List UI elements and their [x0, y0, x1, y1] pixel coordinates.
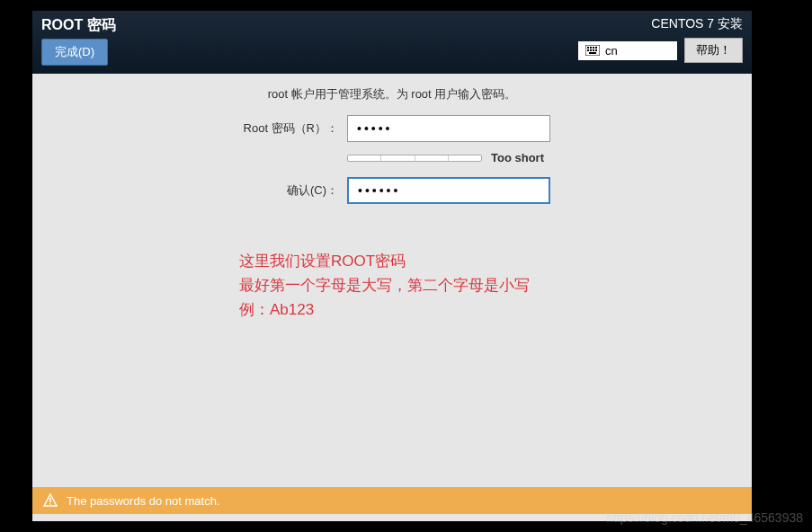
language-selector[interactable]: cn	[578, 41, 677, 60]
svg-rect-9	[589, 52, 596, 54]
password-label: Root 密码（R）：	[50, 120, 338, 137]
svg-rect-2	[590, 47, 592, 49]
annotation-line-2: 最好第一个字母是大写，第二个字母是小写	[239, 273, 734, 297]
done-button[interactable]: 完成(D)	[41, 39, 108, 66]
page-title: ROOT 密码	[41, 16, 116, 35]
installer-window: ROOT 密码 完成(D) CENTOS 7 安装	[32, 11, 752, 521]
keyboard-icon	[585, 45, 600, 56]
header: ROOT 密码 完成(D) CENTOS 7 安装	[32, 11, 752, 74]
header-left: ROOT 密码 完成(D)	[41, 16, 116, 68]
strength-meter	[347, 155, 482, 162]
svg-rect-8	[595, 49, 597, 51]
strength-text: Too short	[491, 151, 544, 164]
root-password-input[interactable]	[347, 115, 550, 142]
annotation-text: 这里我们设置ROOT密码 最好第一个字母是大写，第二个字母是小写 例：Ab123	[239, 249, 734, 323]
install-brand: CENTOS 7 安装	[651, 16, 743, 32]
annotation-line-3: 例：Ab123	[239, 297, 734, 322]
svg-rect-11	[49, 503, 51, 505]
annotation-line-1: 这里我们设置ROOT密码	[239, 249, 734, 273]
warning-message: The passwords do not match.	[67, 494, 220, 508]
header-controls: cn 帮助！	[578, 38, 743, 63]
svg-rect-10	[49, 498, 51, 502]
svg-rect-4	[595, 47, 597, 49]
watermark: https://blog.csdn.net/m0_46563938	[606, 510, 803, 525]
confirm-password-input[interactable]	[347, 177, 550, 204]
confirm-label: 确认(C)：	[50, 182, 338, 199]
header-right: CENTOS 7 安装 cn	[578, 16, 743, 68]
svg-rect-5	[587, 49, 589, 51]
svg-rect-6	[590, 49, 592, 51]
help-button[interactable]: 帮助！	[684, 38, 743, 63]
language-code: cn	[605, 44, 618, 58]
svg-rect-7	[593, 49, 594, 51]
password-row: Root 密码（R）：	[50, 115, 734, 142]
content-area: root 帐户用于管理系统。为 root 用户输入密码。 Root 密码（R）：…	[32, 74, 752, 521]
instruction-text: root 帐户用于管理系统。为 root 用户输入密码。	[50, 86, 734, 102]
svg-rect-1	[587, 47, 589, 49]
svg-rect-3	[593, 47, 594, 49]
strength-row: Too short	[347, 151, 734, 164]
warning-icon	[43, 493, 58, 508]
confirm-row: 确认(C)：	[50, 177, 734, 204]
